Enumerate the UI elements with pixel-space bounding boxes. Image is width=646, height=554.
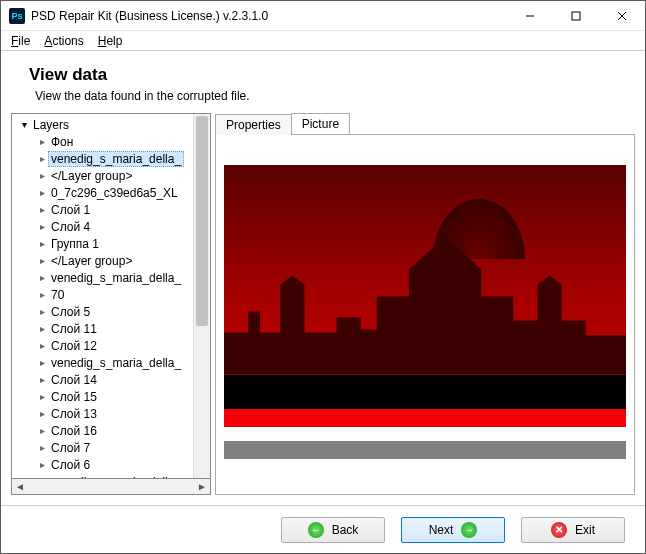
back-button[interactable]: ← Back: [281, 517, 385, 543]
tree-item[interactable]: ▸0_7c296_c39ed6a5_XL: [12, 184, 193, 201]
menu-actions[interactable]: Actions: [44, 34, 83, 48]
svg-rect-1: [572, 12, 580, 20]
tree-item[interactable]: ▸Слой 12: [12, 337, 193, 354]
tree-item-label: Слой 12: [48, 339, 100, 353]
tree-item-label: venedig_s_maria_della_: [48, 151, 184, 167]
tree-item[interactable]: ▸Слой 13: [12, 405, 193, 422]
tree-item[interactable]: ▸venedig_s_maria_della_: [12, 269, 193, 286]
tree-item-label: </Layer group>: [48, 254, 135, 268]
page-title: View data: [29, 65, 617, 85]
chevron-right-icon[interactable]: ▸: [36, 323, 48, 334]
tree-root[interactable]: ▾Layers: [12, 116, 193, 133]
app-icon: Ps: [9, 8, 25, 24]
tree-item-label: Слой 13: [48, 407, 100, 421]
tab-properties[interactable]: Properties: [215, 114, 292, 135]
chevron-down-icon[interactable]: ▾: [18, 119, 30, 130]
tree-item-label: Слой 7: [48, 441, 93, 455]
chevron-right-icon[interactable]: ▸: [36, 238, 48, 249]
tree-item-label: Слой 1: [48, 203, 93, 217]
tree-vertical-scrollbar[interactable]: [193, 114, 210, 478]
layer-tree-panel: ▾Layers▸Фон▸venedig_s_maria_della_▸</Lay…: [11, 113, 211, 495]
arrow-right-icon: →: [461, 522, 477, 538]
chevron-right-icon[interactable]: ▸: [36, 170, 48, 181]
tree-item[interactable]: ▸Слой 6: [12, 456, 193, 473]
menu-help[interactable]: Help: [98, 34, 123, 48]
tree-root-label: Layers: [30, 118, 72, 132]
tree-item[interactable]: ▸Слой 14: [12, 371, 193, 388]
maximize-button[interactable]: [553, 1, 599, 31]
chevron-right-icon[interactable]: ▸: [36, 272, 48, 283]
layer-preview-image: [224, 165, 626, 465]
chevron-right-icon[interactable]: ▸: [36, 374, 48, 385]
tree-item[interactable]: ▸venedig_s_maria_della_: [12, 354, 193, 371]
tree-item-label: Слой 16: [48, 424, 100, 438]
tab-bar: Properties Picture: [215, 113, 635, 135]
arrow-left-icon: ←: [308, 522, 324, 538]
tree-item[interactable]: ▸70: [12, 286, 193, 303]
wizard-footer: ← Back Next → ✕ Exit: [1, 505, 645, 553]
scroll-left-icon[interactable]: ◄: [15, 481, 25, 492]
window-title: PSD Repair Kit (Business License.) v.2.3…: [31, 9, 268, 23]
chevron-right-icon[interactable]: ▸: [36, 255, 48, 266]
menu-file[interactable]: File: [11, 34, 30, 48]
chevron-right-icon[interactable]: ▸: [36, 153, 48, 164]
tree-item-label: Слой 11: [48, 322, 100, 336]
minimize-button[interactable]: [507, 1, 553, 31]
tree-item[interactable]: ▸Слой 16: [12, 422, 193, 439]
tree-item[interactable]: ▸</Layer group>: [12, 167, 193, 184]
chevron-right-icon[interactable]: ▸: [36, 204, 48, 215]
menu-bar: File Actions Help: [1, 31, 645, 51]
next-button[interactable]: Next →: [401, 517, 505, 543]
chevron-right-icon[interactable]: ▸: [36, 289, 48, 300]
back-button-label: Back: [332, 523, 359, 537]
chevron-right-icon[interactable]: ▸: [36, 221, 48, 232]
tree-item-label: Слой 6: [48, 458, 93, 472]
tree-item[interactable]: ▸Слой 4: [12, 218, 193, 235]
tree-item-label: venedig_s_maria_della_: [48, 356, 184, 370]
tree-item[interactable]: ▸Слой 5: [12, 303, 193, 320]
chevron-right-icon[interactable]: ▸: [36, 459, 48, 470]
page-header: View data View the data found in the cor…: [1, 51, 645, 113]
tree-item-label: Слой 5: [48, 305, 93, 319]
tree-item-label: Фон: [48, 135, 76, 149]
tree-item-label: </Layer group>: [48, 169, 135, 183]
exit-button-label: Exit: [575, 523, 595, 537]
tree-item-label: 70: [48, 288, 67, 302]
tree-horizontal-scrollbar[interactable]: ◄ ►: [11, 478, 211, 495]
exit-button[interactable]: ✕ Exit: [521, 517, 625, 543]
chevron-right-icon[interactable]: ▸: [36, 187, 48, 198]
window-controls: [507, 1, 645, 31]
main-content: ▾Layers▸Фон▸venedig_s_maria_della_▸</Lay…: [11, 113, 635, 495]
preview-panel: Properties Picture: [215, 113, 635, 495]
tree-item[interactable]: ▸</Layer group>: [12, 252, 193, 269]
tree-item[interactable]: ▸Слой 1: [12, 201, 193, 218]
layer-tree[interactable]: ▾Layers▸Фон▸venedig_s_maria_della_▸</Lay…: [11, 113, 211, 478]
chevron-right-icon[interactable]: ▸: [36, 442, 48, 453]
scroll-right-icon[interactable]: ►: [197, 481, 207, 492]
chevron-right-icon[interactable]: ▸: [36, 340, 48, 351]
next-button-label: Next: [429, 523, 454, 537]
tab-picture[interactable]: Picture: [291, 113, 350, 134]
chevron-right-icon[interactable]: ▸: [36, 136, 48, 147]
tree-item[interactable]: ▸Фон: [12, 133, 193, 150]
chevron-right-icon[interactable]: ▸: [36, 408, 48, 419]
tree-item[interactable]: ▸Слой 7: [12, 439, 193, 456]
chevron-right-icon[interactable]: ▸: [36, 357, 48, 368]
tree-item[interactable]: ▸Слой 11: [12, 320, 193, 337]
chevron-right-icon[interactable]: ▸: [36, 306, 48, 317]
chevron-right-icon[interactable]: ▸: [36, 391, 48, 402]
tree-item-label: Слой 14: [48, 373, 100, 387]
chevron-right-icon[interactable]: ▸: [36, 425, 48, 436]
tree-item-label: venedig_s_maria_della_: [48, 271, 184, 285]
tree-item[interactable]: ▸Группа 1: [12, 235, 193, 252]
tree-item-label: Слой 4: [48, 220, 93, 234]
tree-item-label: Слой 15: [48, 390, 100, 404]
tree-item[interactable]: ▸venedig_s_maria_della_: [12, 150, 193, 167]
tree-item-label: 0_7c296_c39ed6a5_XL: [48, 186, 181, 200]
scrollbar-thumb[interactable]: [196, 116, 208, 326]
tree-item-label: Группа 1: [48, 237, 102, 251]
tree-item[interactable]: ▸Слой 15: [12, 388, 193, 405]
title-bar: Ps PSD Repair Kit (Business License.) v.…: [1, 1, 645, 31]
close-button[interactable]: [599, 1, 645, 31]
picture-tab-content: [215, 135, 635, 495]
